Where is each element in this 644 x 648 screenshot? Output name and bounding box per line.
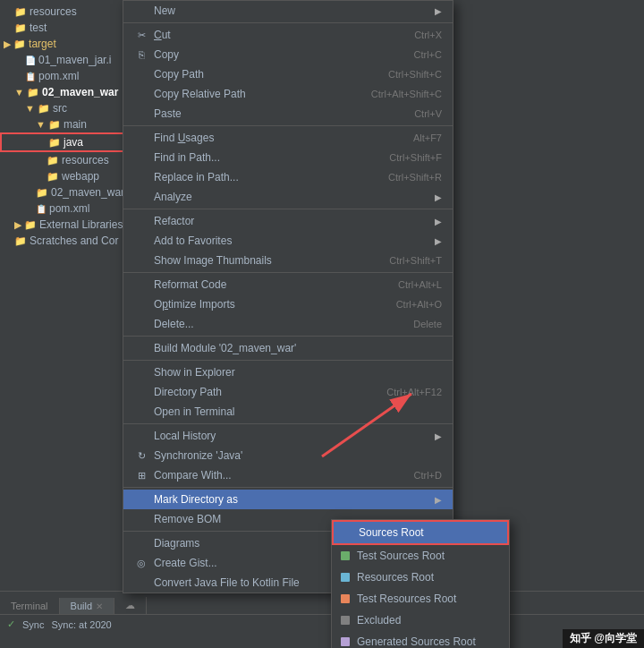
test-sources-dot — [341, 551, 350, 560]
menu-item-local-history[interactable]: Local History ▶ — [123, 426, 453, 446]
separator — [123, 423, 453, 424]
folder-icon: 📁 — [14, 22, 27, 34]
menu-item-reformat[interactable]: Reformat Code Ctrl+Alt+L — [123, 275, 453, 294]
folder-icon: ▶ 📁 — [14, 219, 37, 231]
folder-icon: 📁 — [47, 171, 59, 183]
submenu-item-sources-root[interactable]: Sources Root — [332, 520, 509, 545]
submenu-arrow: ▶ — [435, 431, 442, 441]
sync-icon: ↻ — [134, 450, 148, 462]
folder-icon: 📁 — [36, 187, 48, 199]
tree-item-maven-jar[interactable]: 📄 01_maven_jar.i — [0, 52, 124, 68]
folder-icon: ▼ 📁 — [14, 87, 39, 98]
folder-icon: ▼ 📁 — [36, 119, 61, 131]
submenu-item-generated-sources[interactable]: Generated Sources Root — [332, 631, 509, 648]
menu-item-copy-relative-path[interactable]: Copy Relative Path Ctrl+Alt+Shift+C — [123, 84, 453, 104]
tree-item-resources-2[interactable]: 📁 resources — [0, 152, 124, 168]
close-build-tab[interactable]: ✕ — [96, 601, 103, 611]
tab-terminal[interactable]: Terminal — [0, 598, 60, 614]
separator — [123, 336, 453, 337]
folder-icon: ▼ 📁 — [25, 103, 50, 115]
menu-item-compare-with[interactable]: ⊞Compare With... Ctrl+D — [123, 465, 453, 485]
menu-item-copy[interactable]: ⎘Copy Ctrl+C — [123, 45, 453, 64]
menu-item-add-favorites[interactable]: Add to Favorites ▶ — [123, 231, 453, 251]
tree-item-pom-xml-1[interactable]: 📋 pom.xml — [0, 68, 124, 84]
tree-item-target[interactable]: ▶ 📁 target — [0, 36, 124, 52]
menu-item-open-terminal[interactable]: Open in Terminal — [123, 402, 453, 422]
menu-item-mark-directory[interactable]: Mark Directory as ▶ — [123, 490, 453, 509]
sync-text: Sync: at 2020 — [51, 619, 111, 630]
tree-item-pom-xml-2[interactable]: 📋 pom.xml — [0, 200, 124, 217]
cut-icon: ✂ — [134, 30, 148, 41]
separator — [123, 487, 453, 488]
sync-status-icon: ✓ — [7, 618, 15, 630]
menu-item-refactor[interactable]: Refactor ▶ — [123, 211, 453, 231]
tree-item-02-maven-war-2[interactable]: 📁 02_maven_war — [0, 184, 124, 200]
separator — [123, 272, 453, 273]
menu-item-directory-path[interactable]: Directory Path Ctrl+Alt+F12 — [123, 382, 453, 402]
resources-dot — [341, 573, 350, 582]
tree-item-src[interactable]: ▼ 📁 src — [0, 100, 124, 116]
file-icon: 📄 — [25, 55, 36, 65]
submenu-arrow: ▶ — [435, 217, 442, 226]
tree-item-main[interactable]: ▼ 📁 main — [0, 116, 124, 132]
menu-item-find-usages[interactable]: Find Usages Alt+F7 — [123, 128, 453, 148]
mark-directory-submenu: Sources Root Test Sources Root Resources… — [331, 519, 510, 648]
watermark: 知乎 @向学堂 — [563, 629, 644, 648]
folder-icon: ▶ 📁 — [4, 38, 26, 50]
menu-item-show-thumbnails[interactable]: Show Image Thumbnails Ctrl+Shift+T — [123, 251, 453, 270]
generated-dot — [341, 637, 350, 646]
xml-icon: 📋 — [36, 204, 47, 214]
xml-icon: 📋 — [25, 72, 36, 81]
submenu-arrow: ▶ — [435, 192, 442, 202]
compare-icon: ⊞ — [134, 470, 148, 482]
submenu-arrow: ▶ — [435, 495, 442, 505]
copy-icon: ⎘ — [134, 49, 148, 60]
build-label: Sync — [22, 619, 44, 630]
menu-item-paste[interactable]: Paste Ctrl+V — [123, 104, 453, 124]
gist-icon: ◎ — [134, 558, 148, 569]
submenu-item-resources-root[interactable]: Resources Root — [332, 567, 509, 588]
menu-item-optimize-imports[interactable]: Optimize Imports Ctrl+Alt+O — [123, 294, 453, 314]
sources-root-dot — [343, 528, 352, 537]
tree-item-test[interactable]: 📁 test — [0, 20, 124, 36]
separator — [123, 125, 453, 126]
menu-item-show-explorer[interactable]: Show in Explorer — [123, 362, 453, 382]
menu-item-build-module[interactable]: Build Module '02_maven_war' — [123, 338, 453, 358]
menu-item-new[interactable]: New ▶ — [123, 1, 453, 21]
menu-item-copy-path[interactable]: Copy Path Ctrl+Shift+C — [123, 64, 453, 84]
test-resources-dot — [341, 594, 350, 603]
tree-item-external-libs[interactable]: ▶ 📁 External Libraries — [0, 217, 124, 233]
folder-icon: 📁 — [14, 235, 27, 247]
file-tree: 📁 resources 📁 test ▶ 📁 target 📄 01_maven… — [0, 0, 125, 591]
separator — [123, 360, 453, 361]
excluded-dot — [341, 616, 350, 625]
folder-icon: 📁 — [14, 6, 27, 18]
tree-item-02-maven-war[interactable]: ▼ 📁 02_maven_war — [0, 84, 124, 100]
bottom-content: ✓ Sync Sync: at 2020 — [0, 615, 644, 634]
tab-build[interactable]: Build ✕ — [60, 598, 114, 614]
context-menu: New ▶ ✂Cut Ctrl+X ⎘Copy Ctrl+C Copy Path… — [123, 0, 453, 593]
folder-icon: 📁 — [47, 155, 59, 166]
submenu-arrow: ▶ — [435, 6, 442, 16]
bottom-tabs: Terminal Build ✕ ☁ — [0, 592, 644, 615]
submenu-item-excluded[interactable]: Excluded — [332, 610, 509, 631]
menu-item-delete[interactable]: Delete... Delete — [123, 314, 453, 334]
submenu-item-test-resources-root[interactable]: Test Resources Root — [332, 588, 509, 610]
submenu-arrow: ▶ — [435, 236, 442, 246]
menu-item-cut[interactable]: ✂Cut Ctrl+X — [123, 25, 453, 45]
tree-item-resources[interactable]: 📁 resources — [0, 4, 124, 20]
bottom-bar: Terminal Build ✕ ☁ ✓ Sync Sync: at 2020 … — [0, 591, 644, 648]
separator — [123, 22, 453, 23]
tab-cloud[interactable]: ☁ — [114, 597, 147, 614]
submenu-item-test-sources-root[interactable]: Test Sources Root — [332, 545, 509, 567]
tree-item-scratches[interactable]: 📁 Scratches and Cor — [0, 233, 124, 249]
menu-item-find-in-path[interactable]: Find in Path... Ctrl+Shift+F — [123, 148, 453, 167]
menu-item-replace-in-path[interactable]: Replace in Path... Ctrl+Shift+R — [123, 167, 453, 187]
separator — [123, 209, 453, 209]
tree-item-webapp[interactable]: 📁 webapp — [0, 168, 124, 184]
tree-item-java[interactable]: 📁 java — [0, 132, 124, 152]
menu-item-synchronize[interactable]: ↻Synchronize 'Java' — [123, 446, 453, 465]
menu-item-analyze[interactable]: Analyze ▶ — [123, 187, 453, 207]
folder-icon: 📁 — [48, 137, 61, 149]
